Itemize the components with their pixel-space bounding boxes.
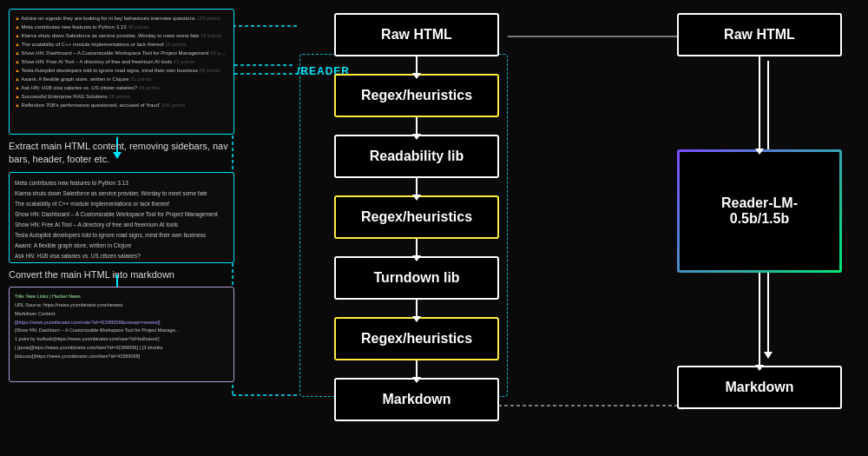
ss1-line-7: ▲ Tesla Autopilot developers told to ign… xyxy=(15,67,228,75)
screenshot-3: Title: New Links | Hacker News URL Sourc… xyxy=(9,287,234,382)
ss3-line-4: [[https://news.ycombinator.com/vote?id=4… xyxy=(15,319,228,327)
screenshot-2: Meta contributes new features to Python … xyxy=(9,172,234,263)
ss1-line-2: ▲ Meta contributes new features to Pytho… xyxy=(15,23,228,31)
ss3-line-1: Title: New Links | Hacker News xyxy=(15,293,228,301)
ss3-line-5: [Show HN: Dashbarrr – A Customizable Wor… xyxy=(15,327,228,334)
left-panel: ▲ Advice on signals they are looking for… xyxy=(9,9,234,382)
ss1-line-3: ▲ Klarna shuts down Salesforce as servic… xyxy=(15,32,228,40)
right-panel: Raw HTML Reader-LM-0.5b/1.5b Markdown xyxy=(677,13,842,409)
ss2-line-8: Ask HN: H1B visa salaries vs. US citizen… xyxy=(15,251,228,261)
center-markdown: Markdown xyxy=(334,378,499,421)
right-markdown: Markdown xyxy=(677,366,842,409)
center-regex-1: Regex/heuristics xyxy=(334,74,499,117)
ss3-line-6: 1 point by bullsxkir[https://news.ycombi… xyxy=(15,335,228,343)
ss1-line-9: ▲ Ask HN: H1B visa salaries vs. US citiz… xyxy=(15,84,228,92)
ss2-line-9: Successful Enterprise RAG Solutions xyxy=(15,261,228,263)
ss2-line-2: Klarna shuts down Salesforce as service … xyxy=(15,188,228,198)
diagram-container: ▲ Advice on signals they are looking for… xyxy=(0,0,868,456)
ss1-line-8: ▲ Aaami: A flexible graph store, written… xyxy=(15,76,228,83)
ss2-line-4: Show HN: Dashboard – A Customizable Work… xyxy=(15,209,228,219)
ss1-line-11: ▲ Reflection 70B's performance questione… xyxy=(15,102,228,109)
center-regex-3: Regex/heuristics xyxy=(334,317,499,360)
ss2-line-5: Show HN: Free AI Tool – A directory of f… xyxy=(15,220,228,229)
caption-2: Convert the main HTML into markdown xyxy=(9,268,234,281)
ss2-line-1: Meta contributes new features to Python … xyxy=(15,178,228,188)
center-raw-html: Raw HTML xyxy=(334,13,499,56)
ss1-line-4: ▲ The scalability of C++ module implemen… xyxy=(15,41,228,49)
ss3-line-7: | {posts][https://news.ycombinator.com/i… xyxy=(15,344,228,352)
ss3-line-3: Markdown Content: xyxy=(15,310,228,318)
screenshot-1: ▲ Advice on signals they are looking for… xyxy=(9,9,234,135)
ss1-line-1: ▲ Advice on signals they are looking for… xyxy=(15,15,228,23)
ss2-line-6: Tesla Autopilot developers told to ignor… xyxy=(15,230,228,240)
center-flow: Raw HTML Regex/heuristics Readability li… xyxy=(317,13,516,421)
right-raw-html: Raw HTML xyxy=(677,13,842,56)
ss1-line-6: ▲ Show HN: Free AI Tool – A directory of… xyxy=(15,58,228,66)
ss3-line-2: URL Source: https://news.ycombinator.com… xyxy=(15,301,228,309)
caption-1: Extract main HTML content, removing side… xyxy=(9,140,234,167)
center-turndown: Turndown lib xyxy=(334,256,499,300)
ss3-line-8: [discuss](https://news.ycombinator.com/i… xyxy=(15,353,228,360)
ss1-line-5: ▲ Show HN: Dashboard – A Customizable Wo… xyxy=(15,50,228,57)
right-reader-lm: Reader-LM-0.5b/1.5b xyxy=(677,149,842,273)
ss2-line-7: Aaami: A flexible graph store, written i… xyxy=(15,241,228,250)
center-readability: Readability lib xyxy=(334,135,499,178)
ss2-line-3: The scalability of C++ module implementa… xyxy=(15,199,228,208)
ss1-line-10: ▲ Successful Enterprise RAG Solutions 18… xyxy=(15,93,228,101)
center-regex-2: Regex/heuristics xyxy=(334,195,499,239)
